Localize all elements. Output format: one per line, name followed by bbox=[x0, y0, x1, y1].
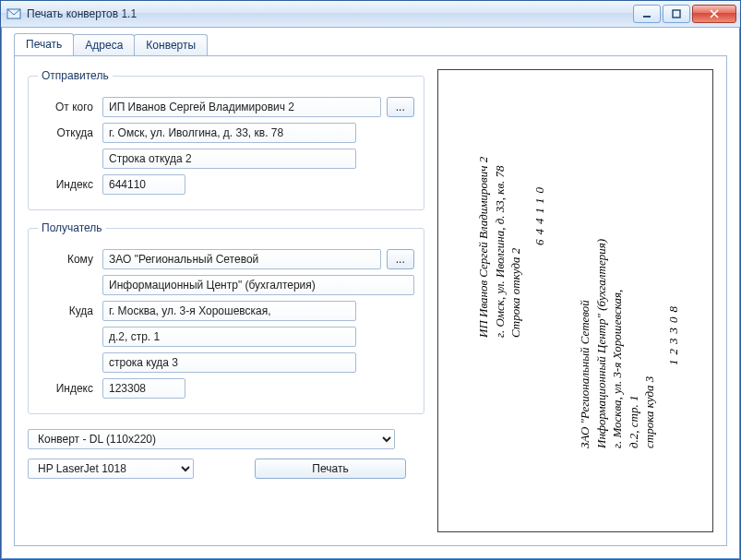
app-window: Печать конвертов 1.1 Печать Адреса Конве… bbox=[0, 0, 741, 560]
recipient-browse-button[interactable]: ... bbox=[387, 249, 414, 269]
envelope-select[interactable]: Конверт - DL (110x220) bbox=[28, 429, 395, 449]
preview-sender-index: 644110 bbox=[532, 157, 548, 245]
preview-sender-line: Строка откуда 2 bbox=[508, 157, 524, 338]
preview-column: ИП Иванов Сергей Владимирович 2 г. Омск,… bbox=[437, 69, 713, 532]
sender-browse-button[interactable]: ... bbox=[387, 97, 414, 117]
recipient-addr-line3-input[interactable] bbox=[102, 352, 356, 373]
preview-recipient-line: ЗАО "Региональный Сетевой bbox=[577, 239, 593, 448]
recipient-index-label: Индекс bbox=[38, 382, 102, 395]
sender-group: Отправитель От кого ... Откуда bbox=[28, 69, 424, 210]
window-buttons bbox=[633, 5, 736, 23]
tab-print[interactable]: Печать bbox=[14, 33, 74, 55]
sender-index-input[interactable] bbox=[102, 174, 185, 195]
preview-sender-line: г. Омск, ул. Иволгина, д. 33, кв. 78 bbox=[492, 157, 508, 338]
recipient-addr-label: Куда bbox=[38, 304, 102, 317]
svg-rect-1 bbox=[643, 16, 651, 18]
recipient-group: Получатель Кому ... bbox=[28, 221, 424, 414]
tab-page-print: Отправитель От кого ... Откуда bbox=[14, 55, 727, 546]
sender-from-label: От кого bbox=[38, 101, 102, 113]
window-title: Печать конвертов 1.1 bbox=[27, 7, 633, 20]
preview-sender-block: ИП Иванов Сергей Владимирович 2 г. Омск,… bbox=[475, 157, 547, 338]
recipient-to-line1-input[interactable] bbox=[102, 249, 381, 269]
recipient-addr-line1-input[interactable] bbox=[102, 301, 356, 321]
sender-addr-line1-input[interactable] bbox=[102, 123, 356, 143]
titlebar: Печать конвертов 1.1 bbox=[1, 1, 740, 28]
preview-recipient-line: г. Москва, ул. 3-я Хорошевская, bbox=[609, 239, 626, 448]
preview-recipient-line: Информационный Центр" (бухгалтерия) bbox=[593, 239, 610, 448]
preview-recipient-line: строка куда 3 bbox=[641, 239, 658, 448]
form-column: Отправитель От кого ... Откуда bbox=[28, 69, 424, 532]
envelope-icon bbox=[6, 6, 21, 21]
svg-rect-2 bbox=[673, 10, 680, 18]
close-button[interactable] bbox=[692, 5, 736, 23]
recipient-index-input[interactable] bbox=[102, 378, 185, 399]
sender-from-input[interactable] bbox=[102, 97, 381, 117]
tab-envelopes[interactable]: Конверты bbox=[134, 34, 208, 55]
recipient-addr-line2-input[interactable] bbox=[102, 327, 356, 347]
minimize-button[interactable] bbox=[633, 5, 661, 23]
preview-recipient-line: д.2, стр. 1 bbox=[626, 239, 642, 448]
client-area: Печать Адреса Конверты Отправитель От ко… bbox=[5, 28, 736, 555]
recipient-to-line2-input[interactable] bbox=[102, 275, 414, 295]
sender-addr-label: Откуда bbox=[38, 126, 102, 139]
envelope-preview: ИП Иванов Сергей Владимирович 2 г. Омск,… bbox=[437, 69, 713, 532]
tab-addresses[interactable]: Адреса bbox=[73, 34, 135, 55]
maximize-button[interactable] bbox=[663, 5, 690, 23]
sender-index-label: Индекс bbox=[38, 178, 102, 191]
print-button[interactable]: Печать bbox=[255, 459, 406, 479]
recipient-to-label: Кому bbox=[38, 253, 102, 266]
preview-recipient-block: ЗАО "Региональный Сетевой Информационный… bbox=[577, 239, 681, 448]
preview-sender-line: ИП Иванов Сергей Владимирович 2 bbox=[475, 157, 492, 338]
printer-select[interactable]: HP LaserJet 1018 bbox=[28, 459, 194, 479]
recipient-legend: Получатель bbox=[38, 221, 106, 234]
sender-addr-line2-input[interactable] bbox=[102, 149, 356, 169]
tab-strip: Печать Адреса Конверты bbox=[14, 33, 727, 55]
sender-legend: Отправитель bbox=[38, 69, 113, 82]
preview-recipient-index: 123308 bbox=[665, 239, 682, 365]
